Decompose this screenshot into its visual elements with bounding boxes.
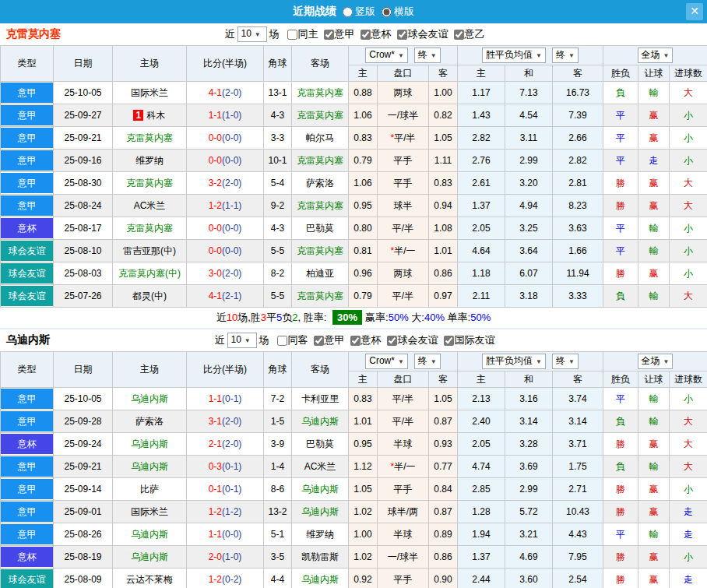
sub-col-handicap-result: 让球 (638, 65, 670, 82)
match-count-select[interactable]: 10▼ (227, 333, 257, 348)
home-team: 克雷莫内塞 (113, 217, 187, 240)
home-odds: 0.95 (349, 195, 378, 217)
away-odds: 1.00 (429, 82, 458, 104)
home-team-name: 云达不莱梅 (126, 574, 173, 585)
avg-time-select[interactable]: 终▼ (552, 354, 579, 369)
home-odds: 0.83 (349, 127, 378, 150)
handicap-cell: 平/半 (378, 410, 429, 433)
league-checkbox-3[interactable]: 国际友谊 (438, 333, 495, 347)
handicap-cell: 平/半 (378, 217, 429, 240)
layout-radio-vertical[interactable]: 竖版 (338, 5, 375, 19)
league-type-cell: 球会友谊 (1, 240, 54, 262)
away-team: 卡利亚里 (292, 388, 349, 410)
same-venue-checkbox[interactable]: 同主 (282, 27, 318, 41)
avg-home-odds: 2.05 (458, 433, 505, 456)
league-type-badge: 意甲 (1, 83, 53, 103)
filter-bar: 近 10▼ 场 同主 意甲 意杯 球会友谊 意乙 (223, 26, 485, 42)
handicap-line: 两球 (394, 268, 413, 279)
handicap-result: 赢 (638, 262, 670, 285)
handicap-result: 赢 (638, 433, 670, 456)
fulltime-score: 1-1 (209, 110, 222, 121)
league-type-cell: 意甲 (1, 388, 54, 410)
handicap-line: 一/球半 (388, 110, 418, 121)
avg-away-odds: 3.14 (553, 410, 603, 433)
period-select[interactable]: 全场▼ (638, 48, 674, 63)
league-checkbox-2[interactable]: 球会友谊 (382, 333, 438, 347)
odds-provider-select[interactable]: Crow*▼ (365, 48, 408, 63)
vertical-radio-label: 竖版 (355, 5, 375, 19)
league-checkbox-2[interactable]: 球会友谊 (392, 27, 448, 41)
league-checkbox-3[interactable]: 意乙 (448, 27, 485, 41)
away-team-name: 乌迪内斯 (301, 574, 339, 585)
corner-score: 8-2 (264, 262, 292, 285)
corner-score: 3-9 (264, 433, 292, 456)
matches-table: 类型 日期 主场 比分(半场) 角球 客场 Crow*▼ 终▼ 胜平负均值▼ 终… (0, 45, 707, 308)
home-team-name: 雷吉亚那(中) (123, 245, 176, 256)
match-row: 意杯 25-08-19 乌迪内斯 2-0(1-0) 3-5 凯勒雷斯 1.02 … (1, 546, 707, 569)
avg-odds-select[interactable]: 胜平负均值▼ (482, 354, 546, 369)
home-team-name: 乌迪内斯 (131, 529, 168, 540)
away-team: 克雷莫内塞 (292, 285, 349, 308)
same-venue-checkbox[interactable]: 同客 (272, 333, 308, 347)
home-team-name: 乌迪内斯 (131, 461, 168, 472)
sub-col-away-odds: 客 (429, 371, 458, 388)
same-venue-input[interactable] (287, 30, 297, 40)
league-type-badge: 意杯 (1, 547, 53, 567)
home-team: 克雷莫内塞 (113, 172, 187, 195)
corner-score: 4-4 (264, 569, 292, 588)
match-row: 意甲 25-09-27 1 科木 1-1(1-0) 4-3 克雷莫内塞 1.06… (1, 104, 707, 127)
league-checkbox-1[interactable]: 意杯 (345, 333, 382, 347)
away-team-name: 凯勒雷斯 (301, 551, 339, 562)
away-team: 巴勒莫 (292, 433, 349, 456)
match-count-select[interactable]: 10▼ (237, 26, 267, 42)
layout-radio-horizontal[interactable]: 横版 (377, 5, 414, 19)
odds-time-select[interactable]: 终▼ (414, 48, 441, 63)
handicap-cell: 两球 (378, 82, 429, 104)
score-cell: 0-0(0-0) (187, 217, 264, 240)
goals-result: 小 (670, 478, 707, 501)
handicap-line: 两球 (394, 87, 413, 98)
league-checkbox-0[interactable]: 意甲 (318, 27, 355, 41)
horizontal-radio-input[interactable] (382, 7, 392, 17)
match-result: 平 (603, 104, 638, 127)
league-checkbox-1[interactable]: 意杯 (355, 27, 392, 41)
col-corner: 角球 (264, 352, 292, 388)
vertical-radio-input[interactable] (343, 7, 353, 17)
odds-time-select[interactable]: 终▼ (414, 354, 441, 369)
league-type-cell: 球会友谊 (1, 262, 54, 285)
avg-away-odds: 3.63 (553, 217, 603, 240)
away-odds: 0.86 (429, 546, 458, 569)
away-odds: 0.97 (429, 285, 458, 308)
league-type-cell: 意杯 (1, 433, 54, 456)
home-team: 雷吉亚那(中) (113, 240, 187, 262)
corner-score: 1-5 (264, 410, 292, 433)
league-checkbox-0[interactable]: 意甲 (308, 333, 345, 347)
away-team-name: 克雷莫内塞 (297, 110, 343, 121)
avg-draw-odds: 3.20 (505, 172, 553, 195)
league-type-badge: 意甲 (1, 456, 53, 477)
handicap-result: 赢 (638, 501, 670, 523)
league-type-badge: 意甲 (1, 411, 53, 431)
avg-away-odds: 10.43 (553, 501, 603, 523)
home-team-name: 克雷莫内塞(中) (118, 268, 181, 279)
match-result: 勝 (603, 433, 638, 456)
summary-text: 大: (409, 312, 424, 323)
close-button[interactable]: ✕ (686, 3, 703, 20)
away-team: 巴勒莫 (292, 217, 349, 240)
avg-home-odds: 1.43 (458, 104, 505, 127)
period-select[interactable]: 全场▼ (638, 354, 674, 369)
avg-time-select[interactable]: 终▼ (552, 48, 579, 63)
handicap-cell: 球半 (378, 195, 429, 217)
avg-odds-select[interactable]: 胜平负均值▼ (482, 48, 546, 63)
home-team-name: 乌迪内斯 (131, 551, 168, 562)
match-date: 25-09-28 (54, 410, 113, 433)
handicap-result: 走 (638, 150, 670, 172)
match-row: 球会友谊 25-08-09 云达不莱梅 1-2(0-2) 4-4 乌迪内斯 0.… (1, 569, 707, 588)
handicap-line: 平手 (394, 155, 413, 166)
same-venue-input[interactable] (277, 336, 287, 346)
halftime-score: (2-0) (222, 438, 241, 449)
halftime-score: (0-0) (222, 529, 241, 540)
goals-result: 小 (670, 240, 707, 262)
summary-text: 平 (266, 312, 276, 323)
odds-provider-select[interactable]: Crow*▼ (365, 354, 408, 369)
